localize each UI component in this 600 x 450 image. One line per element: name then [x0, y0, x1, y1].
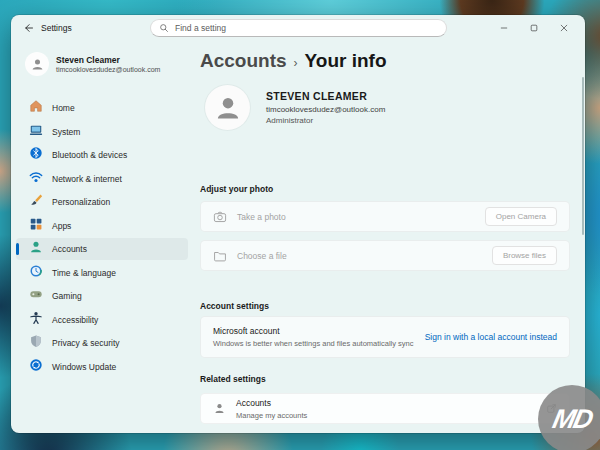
avatar — [25, 52, 49, 76]
settings-window: Settings Find a setting Steve — [11, 15, 585, 433]
back-button[interactable] — [17, 18, 39, 40]
sidebar-item-network-internet[interactable]: Network & internet — [16, 168, 188, 190]
back-arrow-icon — [22, 20, 34, 38]
take-photo-row: Take a photo Open Camera — [200, 201, 570, 232]
network-icon — [29, 170, 43, 188]
maximize-button[interactable] — [519, 15, 549, 41]
related-accounts-title: Accounts — [236, 398, 307, 408]
related-accounts-row[interactable]: Accounts Manage my accounts — [200, 393, 570, 424]
account-role: Administrator — [266, 116, 385, 125]
account-profile: STEVEN CLEAMER timcooklovesdudez@outlook… — [205, 85, 385, 130]
gaming-icon — [29, 287, 43, 305]
app-title: Settings — [41, 23, 72, 33]
sidebar-user-email: timcooklovesdudez@outlook.com — [56, 66, 160, 73]
folder-icon — [213, 249, 227, 263]
breadcrumb-accounts[interactable]: Accounts — [200, 50, 287, 72]
search-placeholder: Find a setting — [175, 23, 226, 33]
sidebar-item-windows-update[interactable]: Windows Update — [16, 356, 188, 378]
microsoft-account-row: Microsoft account Windows is better when… — [200, 316, 570, 358]
microsoft-account-subtitle: Windows is better when settings and file… — [213, 339, 414, 348]
choose-file-label: Choose a file — [237, 251, 287, 261]
search-icon — [159, 23, 169, 33]
privacy-icon — [29, 334, 43, 352]
system-icon — [29, 123, 43, 141]
titlebar: Settings Find a setting — [11, 15, 585, 45]
maximize-icon — [529, 19, 539, 37]
close-button[interactable] — [549, 15, 579, 41]
minimize-icon — [499, 19, 509, 37]
home-icon — [29, 99, 43, 117]
main-content: Accounts › Your info STEVEN CLEAMER timc… — [200, 45, 581, 433]
search-input[interactable]: Find a setting — [150, 19, 447, 37]
watermark-logo: MD — [538, 385, 600, 450]
sidebar-item-accounts[interactable]: Accounts — [16, 238, 188, 260]
sidebar-profile[interactable]: Steven Cleamer timcooklovesdudez@outlook… — [25, 52, 160, 76]
chevron-right-icon: › — [294, 56, 298, 70]
choose-file-row: Choose a file Browse files — [200, 240, 570, 271]
sidebar: Steven Cleamer timcooklovesdudez@outlook… — [11, 45, 199, 433]
accounts-icon — [29, 240, 43, 258]
sidebar-item-bluetooth-devices[interactable]: Bluetooth & devices — [16, 144, 188, 166]
sidebar-item-system[interactable]: System — [16, 121, 188, 143]
sidebar-item-time-language[interactable]: Time & language — [16, 262, 188, 284]
section-related-settings: Related settings — [200, 374, 266, 384]
bluetooth-icon — [29, 146, 43, 164]
sidebar-item-privacy-security[interactable]: Privacy & security — [16, 332, 188, 354]
sidebar-item-accessibility[interactable]: Accessibility — [16, 309, 188, 331]
section-adjust-photo: Adjust your photo — [200, 184, 273, 194]
take-photo-label: Take a photo — [237, 212, 286, 222]
windows-update-icon — [29, 358, 43, 376]
page-title: Your info — [305, 50, 387, 72]
apps-icon — [29, 217, 43, 235]
time-language-icon — [29, 264, 43, 282]
sidebar-item-home[interactable]: Home — [16, 97, 188, 119]
section-account-settings: Account settings — [200, 301, 269, 311]
sidebar-item-gaming[interactable]: Gaming — [16, 285, 188, 307]
camera-icon — [213, 210, 227, 224]
open-camera-button[interactable]: Open Camera — [485, 207, 557, 226]
sidebar-user-name: Steven Cleamer — [56, 55, 160, 65]
microsoft-account-title: Microsoft account — [213, 326, 414, 336]
sidebar-item-personalization[interactable]: Personalization — [16, 191, 188, 213]
browse-files-button[interactable]: Browse files — [492, 246, 557, 265]
account-avatar — [205, 85, 250, 130]
sidebar-nav: Home System Bluetooth & devices Network … — [16, 97, 188, 379]
accessibility-icon — [29, 311, 43, 329]
watermark-text: MD — [550, 404, 595, 435]
window-controls — [489, 15, 579, 43]
close-icon — [559, 19, 569, 37]
personalization-icon — [29, 193, 43, 211]
scrollbar-thumb[interactable] — [582, 77, 584, 235]
local-account-link[interactable]: Sign in with a local account instead — [425, 332, 557, 342]
account-name: STEVEN CLEAMER — [266, 90, 385, 102]
account-email: timcooklovesdudez@outlook.com — [266, 105, 385, 114]
sidebar-item-apps[interactable]: Apps — [16, 215, 188, 237]
breadcrumb: Accounts › Your info — [200, 50, 387, 72]
related-accounts-subtitle: Manage my accounts — [236, 411, 307, 420]
person-icon — [213, 402, 226, 415]
minimize-button[interactable] — [489, 15, 519, 41]
